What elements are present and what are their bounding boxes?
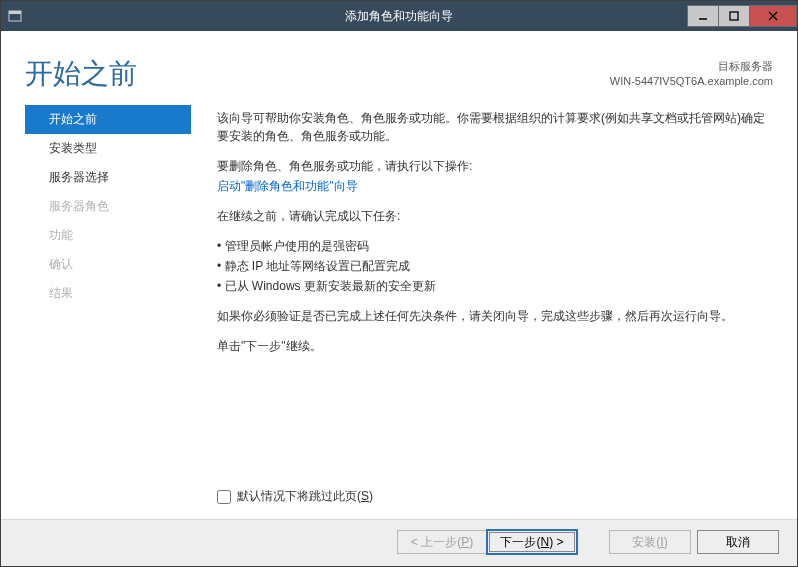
close-button[interactable] xyxy=(749,5,797,27)
nav-before-you-begin[interactable]: 开始之前 xyxy=(25,105,191,134)
click-next-note: 单击"下一步"继续。 xyxy=(217,337,767,355)
svg-rect-3 xyxy=(730,12,738,20)
window-body: 开始之前 目标服务器 WIN-5447IV5QT6A.example.com 开… xyxy=(1,31,797,566)
remove-roles-link[interactable]: 启动"删除角色和功能"向导 xyxy=(217,177,358,195)
previous-button: < 上一步(P) xyxy=(397,530,487,554)
intro-text: 该向导可帮助你安装角色、角色服务或功能。你需要根据组织的计算要求(例如共享文档或… xyxy=(217,109,767,145)
nav-server-selection[interactable]: 服务器选择 xyxy=(37,163,191,192)
nav-confirmation: 确认 xyxy=(37,250,191,279)
bullet-windows-update: • 已从 Windows 更新安装最新的安全更新 xyxy=(217,277,767,295)
wizard-sidebar: 开始之前 安装类型 服务器选择 服务器角色 功能 确认 结果 xyxy=(1,105,191,488)
nav-button-pair: < 上一步(P) 下一步(N) > xyxy=(397,530,577,554)
app-icon xyxy=(7,8,23,24)
verify-note: 如果你必须验证是否已完成上述任何先决条件，请关闭向导，完成这些步骤，然后再次运行… xyxy=(217,307,767,325)
button-spacer xyxy=(583,530,603,554)
install-button: 安装(I) xyxy=(609,530,691,554)
window-title: 添加角色和功能向导 xyxy=(1,8,797,25)
page-heading: 开始之前 xyxy=(25,55,610,93)
footer: < 上一步(P) 下一步(N) > 安装(I) 取消 xyxy=(1,520,797,566)
remove-label: 要删除角色、角色服务或功能，请执行以下操作: xyxy=(217,157,767,175)
nav-features: 功能 xyxy=(37,221,191,250)
before-continue-label: 在继续之前，请确认完成以下任务: xyxy=(217,207,767,225)
skip-row: 默认情况下将跳过此页(S) xyxy=(1,488,797,519)
nav-server-roles: 服务器角色 xyxy=(37,192,191,221)
target-server-value: WIN-5447IV5QT6A.example.com xyxy=(610,74,773,89)
next-button[interactable]: 下一步(N) > xyxy=(487,530,577,554)
minimize-button[interactable] xyxy=(687,5,719,27)
svg-rect-1 xyxy=(9,11,21,14)
bullet-static-ip: • 静态 IP 地址等网络设置已配置完成 xyxy=(217,257,767,275)
content-row: 开始之前 安装类型 服务器选择 服务器角色 功能 确认 结果 该向导可帮助你安装… xyxy=(1,93,797,488)
titlebar: 添加角色和功能向导 xyxy=(1,1,797,31)
prerequisite-list: • 管理员帐户使用的是强密码 • 静态 IP 地址等网络设置已配置完成 • 已从… xyxy=(217,237,767,295)
header-row: 开始之前 目标服务器 WIN-5447IV5QT6A.example.com xyxy=(1,31,797,93)
wizard-window: 添加角色和功能向导 开始之前 目标服务器 WIN-5447IV5QT6A.exa… xyxy=(0,0,798,567)
nav-installation-type[interactable]: 安装类型 xyxy=(37,134,191,163)
maximize-button[interactable] xyxy=(718,5,750,27)
bullet-strong-password: • 管理员帐户使用的是强密码 xyxy=(217,237,767,255)
target-server-label: 目标服务器 xyxy=(610,59,773,74)
target-server-box: 目标服务器 WIN-5447IV5QT6A.example.com xyxy=(610,59,773,90)
nav-results: 结果 xyxy=(37,279,191,308)
skip-checkbox-label: 默认情况下将跳过此页(S) xyxy=(237,488,373,505)
skip-checkbox[interactable] xyxy=(217,490,231,504)
window-controls xyxy=(688,5,797,27)
main-content: 该向导可帮助你安装角色、角色服务或功能。你需要根据组织的计算要求(例如共享文档或… xyxy=(191,105,797,488)
cancel-button[interactable]: 取消 xyxy=(697,530,779,554)
skip-checkbox-row[interactable]: 默认情况下将跳过此页(S) xyxy=(217,488,797,505)
